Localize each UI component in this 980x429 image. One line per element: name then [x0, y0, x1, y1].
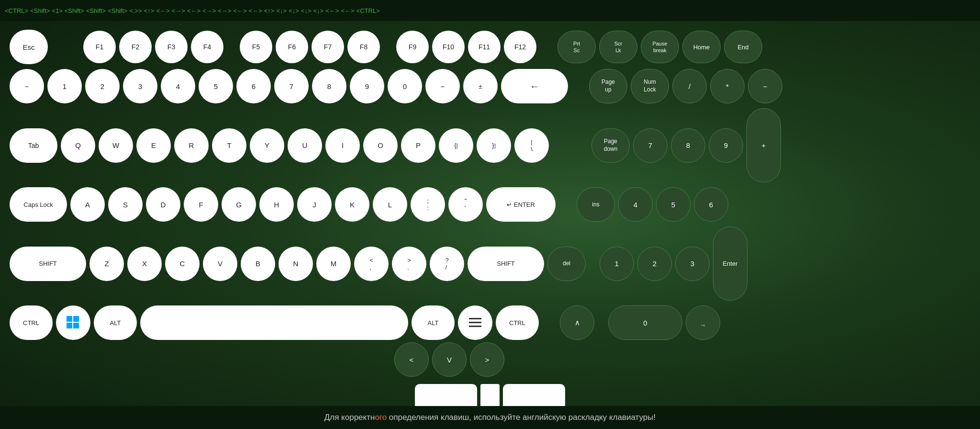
key-5[interactable]: 5: [199, 69, 233, 103]
key-end[interactable]: End: [724, 31, 762, 63]
key-numdot[interactable]: .,: [686, 305, 720, 340]
key-backslash[interactable]: |\: [514, 128, 549, 163]
key-num0[interactable]: 0: [608, 305, 682, 340]
key-f2[interactable]: F2: [119, 31, 152, 63]
key-1[interactable]: 1: [47, 69, 82, 103]
key-f6[interactable]: F6: [276, 31, 308, 63]
key-prtsc[interactable]: PrtSc: [557, 31, 596, 63]
key-nummul[interactable]: *: [710, 69, 745, 103]
key-home[interactable]: Home: [682, 31, 721, 63]
key-7[interactable]: 7: [274, 69, 309, 103]
key-s[interactable]: S: [108, 187, 143, 222]
key-g[interactable]: G: [222, 187, 256, 222]
key-c[interactable]: C: [165, 247, 200, 281]
key-u[interactable]: U: [288, 128, 322, 163]
key-9[interactable]: 9: [350, 69, 384, 103]
key-num6[interactable]: 6: [694, 187, 728, 222]
key-w[interactable]: W: [99, 128, 133, 163]
key-num7[interactable]: 7: [633, 128, 668, 163]
key-num1[interactable]: 1: [600, 247, 634, 281]
key-0[interactable]: 0: [388, 69, 422, 103]
key-backspace[interactable]: ←: [501, 69, 568, 103]
key-h[interactable]: H: [259, 187, 294, 222]
key-f5[interactable]: F5: [240, 31, 272, 63]
key-numadd[interactable]: +: [746, 108, 781, 182]
key-esc[interactable]: Esc: [10, 30, 48, 64]
key-z[interactable]: Z: [89, 247, 124, 281]
key-f7[interactable]: F7: [312, 31, 344, 63]
key-capslock[interactable]: Caps Lock: [10, 187, 67, 222]
key-numdiv[interactable]: /: [672, 69, 707, 103]
key-f8[interactable]: F8: [347, 31, 380, 63]
key-alt-right[interactable]: ALT: [412, 305, 455, 340]
key-pause[interactable]: Pausebreak: [641, 31, 679, 63]
key-e[interactable]: E: [136, 128, 171, 163]
key-i[interactable]: I: [325, 128, 360, 163]
key-m[interactable]: M: [316, 247, 351, 281]
key-win[interactable]: [56, 305, 90, 340]
key-backtick[interactable]: ~: [10, 69, 44, 103]
key-slash[interactable]: ?/: [430, 247, 464, 281]
key-d[interactable]: D: [146, 187, 180, 222]
key-equals[interactable]: ±: [463, 69, 498, 103]
key-num4[interactable]: 4: [618, 187, 653, 222]
key-x[interactable]: X: [127, 247, 162, 281]
key-v[interactable]: V: [203, 247, 237, 281]
key-semicolon[interactable]: ;:: [411, 187, 445, 222]
key-l[interactable]: L: [373, 187, 407, 222]
key-space[interactable]: [140, 305, 408, 340]
key-f3[interactable]: F3: [155, 31, 188, 63]
key-j[interactable]: J: [297, 187, 332, 222]
key-period[interactable]: >.: [392, 247, 426, 281]
key-pageup[interactable]: Pageup: [589, 69, 627, 103]
key-f12[interactable]: F12: [504, 31, 536, 63]
key-minus[interactable]: −: [425, 69, 460, 103]
key-k[interactable]: K: [335, 187, 369, 222]
key-numlock[interactable]: NumLock: [631, 69, 669, 103]
key-y[interactable]: Y: [250, 128, 284, 163]
key-8[interactable]: 8: [312, 69, 346, 103]
key-3[interactable]: 3: [123, 69, 157, 103]
key-num3[interactable]: 3: [675, 247, 710, 281]
key-quote[interactable]: "': [448, 187, 483, 222]
key-r[interactable]: R: [174, 128, 209, 163]
key-del[interactable]: del: [547, 247, 586, 281]
key-alt-left[interactable]: ALT: [94, 305, 137, 340]
key-left-arrow[interactable]: <: [394, 342, 429, 377]
key-pagedown[interactable]: Pagedown: [591, 128, 630, 163]
key-2[interactable]: 2: [85, 69, 120, 103]
key-right-arrow[interactable]: >: [470, 342, 504, 377]
key-up-arrow[interactable]: ∧: [560, 305, 594, 340]
key-num2[interactable]: 2: [637, 247, 672, 281]
key-comma[interactable]: <,: [354, 247, 389, 281]
key-p[interactable]: P: [401, 128, 435, 163]
key-6[interactable]: 6: [236, 69, 271, 103]
key-4[interactable]: 4: [161, 69, 195, 103]
key-ctrl-left[interactable]: CTRL: [10, 305, 53, 340]
key-num8[interactable]: 8: [671, 128, 705, 163]
key-scrlk[interactable]: ScrLk: [599, 31, 637, 63]
key-down-arrow[interactable]: V: [432, 342, 467, 377]
key-num5[interactable]: 5: [656, 187, 690, 222]
key-ins[interactable]: ins: [577, 187, 615, 222]
key-shift-left[interactable]: SHIFT: [10, 247, 86, 281]
key-f[interactable]: F: [184, 187, 218, 222]
key-num9[interactable]: 9: [709, 128, 743, 163]
key-f4[interactable]: F4: [191, 31, 223, 63]
key-f10[interactable]: F10: [432, 31, 465, 63]
key-f9[interactable]: F9: [396, 31, 429, 63]
key-n[interactable]: N: [278, 247, 313, 281]
key-shift-right[interactable]: SHIFT: [468, 247, 544, 281]
key-tab[interactable]: Tab: [10, 128, 57, 163]
key-menu[interactable]: [458, 305, 492, 340]
key-lbracket[interactable]: {[: [439, 128, 473, 163]
key-numsub[interactable]: −: [748, 69, 782, 103]
key-a[interactable]: A: [70, 187, 105, 222]
key-b[interactable]: B: [241, 247, 275, 281]
key-rbracket[interactable]: }]: [477, 128, 511, 163]
key-f11[interactable]: F11: [468, 31, 501, 63]
key-enter[interactable]: ↵ ENTER: [486, 187, 556, 222]
key-ctrl-right[interactable]: CTRL: [496, 305, 539, 340]
key-t[interactable]: T: [212, 128, 246, 163]
key-q[interactable]: Q: [61, 128, 95, 163]
